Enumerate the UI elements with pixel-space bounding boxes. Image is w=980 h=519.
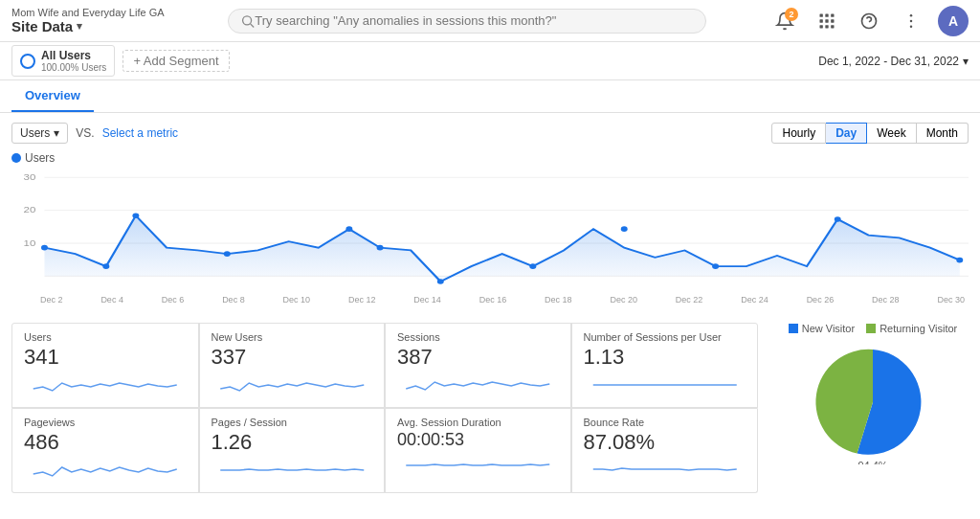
x-label: Dec 26 [807, 295, 835, 305]
x-label: Dec 18 [545, 295, 572, 305]
svg-text:10: 10 [23, 238, 35, 248]
stats-row-1: Users 341 New Users 337 Sessions 387 Num… [11, 323, 758, 409]
header: Mom Wife and Everyday Life GA Site Data … [0, 0, 980, 42]
svg-point-26 [224, 251, 231, 257]
date-range[interactable]: Dec 1, 2022 - Dec 31, 2022 ▾ [818, 55, 969, 68]
stat-users-label: Users [24, 331, 187, 343]
segment-dot [20, 54, 35, 69]
vs-label: VS. [76, 126, 94, 140]
svg-rect-5 [820, 19, 823, 22]
metric-selector: Users ▾ VS. Select a metric [11, 123, 178, 144]
x-label: Dec 10 [283, 295, 311, 305]
search-bar[interactable] [228, 9, 706, 34]
hourly-button[interactable]: Hourly [771, 123, 826, 144]
svg-rect-7 [831, 19, 834, 22]
x-label: Dec 30 [937, 295, 965, 305]
svg-point-25 [132, 213, 139, 218]
stat-avg-session-value: 00:00:53 [397, 430, 559, 450]
segment-name: All Users [41, 49, 106, 62]
add-segment-label: + Add Segment [133, 54, 218, 68]
sparkline-pages-session [212, 455, 373, 482]
x-label: Dec 6 [162, 295, 185, 305]
x-label: Dec 22 [676, 295, 703, 305]
svg-rect-9 [825, 25, 828, 28]
date-range-text: Dec 1, 2022 - Dec 31, 2022 [818, 55, 959, 68]
x-label: Dec 8 [222, 295, 245, 305]
chart-controls: Users ▾ VS. Select a metric Hourly Day W… [11, 123, 969, 144]
stat-bounce-rate-value: 87.08% [584, 430, 746, 455]
new-visitor-dot [789, 324, 798, 333]
chart-container: 30 20 10 [11, 169, 969, 317]
stat-users-value: 341 [24, 345, 187, 370]
sparkline-sessions [397, 370, 559, 396]
svg-point-31 [621, 226, 628, 232]
chart-legend: Users [11, 151, 969, 165]
new-visitor-legend: New Visitor [789, 323, 855, 334]
stats-and-pie: Users 341 New Users 337 Sessions 387 Num… [11, 323, 969, 493]
svg-point-32 [712, 263, 719, 269]
stat-new-users-value: 337 [212, 345, 373, 370]
apps-button[interactable] [812, 6, 842, 36]
apps-icon [817, 11, 836, 31]
x-label: Dec 14 [413, 295, 441, 305]
site-info: Mom Wife and Everyday Life GA Site Data … [11, 7, 165, 34]
users-metric-button[interactable]: Users ▾ [11, 123, 68, 144]
svg-rect-3 [825, 13, 828, 16]
tab-overview[interactable]: Overview [11, 80, 94, 112]
day-button[interactable]: Day [826, 123, 867, 144]
stat-users: Users 341 [12, 324, 199, 408]
svg-rect-6 [825, 19, 828, 22]
stat-new-users-label: New Users [212, 331, 373, 343]
stat-sessions-label: Sessions [397, 331, 559, 343]
pie-percentage: 94.4% [858, 460, 887, 464]
all-users-segment[interactable]: All Users 100.00% Users [11, 45, 115, 77]
month-button[interactable]: Month [917, 123, 969, 144]
notifications-button[interactable]: 2 [769, 6, 800, 36]
x-label: Dec 24 [741, 295, 768, 305]
metric-label: Users [20, 126, 50, 140]
site-name: Mom Wife and Everyday Life GA [11, 7, 165, 18]
header-icons: 2 A [769, 6, 969, 36]
returning-visitor-legend: Returning Visitor [866, 323, 957, 334]
add-segment-button[interactable]: + Add Segment [122, 50, 229, 72]
svg-point-29 [437, 279, 444, 284]
returning-visitor-label: Returning Visitor [880, 323, 957, 334]
new-visitor-label: New Visitor [802, 323, 855, 334]
notification-badge: 2 [785, 8, 798, 21]
svg-point-34 [956, 258, 963, 263]
x-label: Dec 16 [479, 295, 507, 305]
help-button[interactable] [854, 6, 884, 36]
x-label: Dec 4 [100, 295, 123, 305]
stat-avg-session-label: Avg. Session Duration [397, 417, 559, 428]
sparkline-sessions-per-user [584, 370, 746, 396]
dropdown-arrow-icon: ▾ [54, 126, 59, 140]
svg-rect-2 [820, 13, 823, 16]
segment-bar: All Users 100.00% Users + Add Segment De… [0, 42, 980, 80]
week-button[interactable]: Week [867, 123, 916, 144]
header-title[interactable]: Site Data ▾ [11, 18, 165, 34]
search-input[interactable] [255, 13, 694, 28]
main-content: Users ▾ VS. Select a metric Hourly Day W… [0, 113, 980, 503]
chart-legend-label: Users [25, 151, 55, 165]
stat-avg-session-duration: Avg. Session Duration 00:00:53 [385, 409, 571, 492]
stats-section: Users 341 New Users 337 Sessions 387 Num… [11, 323, 758, 493]
site-data-label: Site Data [11, 18, 73, 34]
sparkline-new-users [212, 370, 373, 396]
svg-point-14 [910, 19, 913, 22]
sparkline-pageviews [24, 455, 187, 482]
avatar[interactable]: A [938, 6, 969, 36]
line-chart: 30 20 10 [11, 169, 969, 293]
stats-row-2: Pageviews 486 Pages / Session 1.26 Avg. … [11, 409, 758, 493]
stat-bounce-rate: Bounce Rate 87.08% [571, 409, 758, 492]
stat-sessions-per-user-value: 1.13 [584, 345, 746, 370]
chevron-down-icon[interactable]: ▾ [77, 20, 82, 33]
stat-sessions-per-user: Number of Sessions per User 1.13 [571, 324, 758, 408]
more-options-button[interactable] [896, 6, 926, 36]
x-label: Dec 2 [40, 295, 63, 305]
chevron-down-icon: ▾ [963, 55, 969, 68]
x-axis-labels: Dec 2 Dec 4 Dec 6 Dec 8 Dec 10 Dec 12 De… [11, 295, 969, 305]
select-metric-link[interactable]: Select a metric [102, 126, 178, 140]
svg-rect-10 [831, 25, 834, 28]
x-label: Dec 20 [610, 295, 637, 305]
svg-point-28 [377, 245, 384, 251]
